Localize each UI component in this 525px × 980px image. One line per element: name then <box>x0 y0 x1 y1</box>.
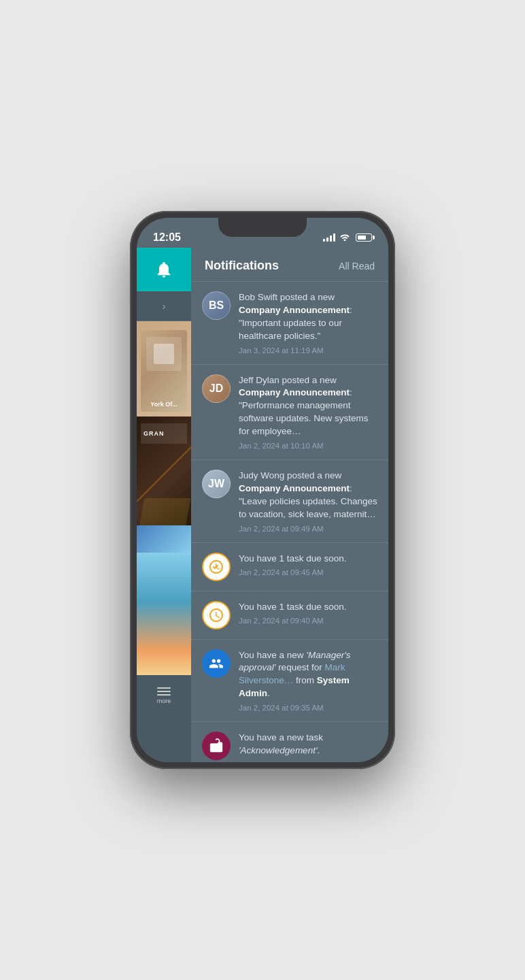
avatar-judy: JW <box>202 470 231 498</box>
notification-text: You have a new 'Manager's approval' requ… <box>239 649 377 701</box>
york-label: York Of... <box>143 399 184 409</box>
avatar-bob: BS <box>202 291 231 320</box>
notification-body: Jeff Dylan posted a new Company Announce… <box>239 374 377 450</box>
avatar-approval <box>202 649 231 678</box>
signal-icon <box>323 233 335 242</box>
notifications-header: Notifications All Read <box>191 248 388 281</box>
notification-item[interactable]: JD Jeff Dylan posted a new Company Annou… <box>191 364 388 459</box>
notification-item[interactable]: You have a new task 'Acknowledgement'. J… <box>191 721 388 762</box>
battery-icon <box>356 233 372 242</box>
notifications-list: BS Bob Swift posted a new Company Announ… <box>191 281 388 762</box>
phone-frame: 12:05 <box>130 211 395 769</box>
sidebar-york-item[interactable]: York Of... <box>137 321 191 416</box>
sidebar-gran-item[interactable]: GRAN <box>137 416 191 553</box>
wifi-icon <box>339 232 350 243</box>
notification-body: Bob Swift posted a new Company Announcem… <box>239 291 377 355</box>
notification-time: Jan 2, 2024 at 09:49 AM <box>239 525 377 533</box>
notifications-title: Notifications <box>205 259 279 273</box>
status-time: 12:05 <box>153 231 181 244</box>
notification-time: Jan 2, 2024 at 08:35 AM <box>239 761 377 762</box>
avatar-ack <box>202 732 231 760</box>
notification-text: You have 1 task due soon. <box>239 601 377 614</box>
hamburger-icon <box>157 687 171 689</box>
sidebar-landscape-item[interactable] <box>137 553 191 675</box>
notification-time: Jan 2, 2024 at 09:40 AM <box>239 617 377 625</box>
notification-item[interactable]: BS Bob Swift posted a new Company Announ… <box>191 281 388 364</box>
notification-text: You have 1 task due soon. <box>239 553 377 566</box>
bell-icon <box>154 260 173 279</box>
status-icons <box>323 232 372 243</box>
notification-body: You have a new task 'Acknowledgement'. J… <box>239 732 377 762</box>
notification-item[interactable]: You have a new 'Manager's approval' requ… <box>191 639 388 722</box>
notification-text: Jeff Dylan posted a new Company Announce… <box>239 374 377 438</box>
sidebar: › York Of... GRAN <box>137 248 191 762</box>
notification-time: Jan 2, 2024 at 10:10 AM <box>239 442 377 450</box>
notification-body: You have 1 task due soon. Jan 2, 2024 at… <box>239 601 377 630</box>
notification-item[interactable]: You have 1 task due soon. Jan 2, 2024 at… <box>191 591 388 639</box>
notifications-panel: Notifications All Read BS Bob Swift post… <box>191 248 388 762</box>
notification-item[interactable]: You have 1 task due soon. Jan 2, 2024 at… <box>191 542 388 591</box>
notification-item[interactable]: JW Judy Wong posted a new Company Announ… <box>191 459 388 542</box>
hamburger-icon <box>157 691 171 692</box>
notification-time: Jan 3, 2024 at 11:19 AM <box>239 346 377 355</box>
notification-text: You have a new task 'Acknowledgement'. <box>239 732 377 757</box>
notification-body: You have 1 task due soon. Jan 2, 2024 at… <box>239 553 377 581</box>
avatar-jeff: JD <box>202 374 231 403</box>
notification-text: Bob Swift posted a new Company Announcem… <box>239 291 377 343</box>
notification-time: Jan 2, 2024 at 09:45 AM <box>239 568 377 576</box>
more-label: more <box>157 698 171 704</box>
avatar-task <box>202 553 231 581</box>
phone-screen: 12:05 <box>137 218 388 762</box>
avatar-task <box>202 601 231 630</box>
sidebar-more-button[interactable]: more <box>137 675 191 716</box>
notification-body: Judy Wong posted a new Company Announcem… <box>239 470 377 533</box>
gran-label: GRAN <box>143 430 165 437</box>
main-area: › York Of... GRAN <box>137 248 388 762</box>
notification-body: You have a new 'Manager's approval' requ… <box>239 649 377 713</box>
notch <box>218 218 307 237</box>
all-read-button[interactable]: All Read <box>339 261 375 272</box>
notification-text: Judy Wong posted a new Company Announcem… <box>239 470 377 521</box>
sidebar-arrow[interactable]: › <box>137 291 191 321</box>
hamburger-icon <box>157 694 171 696</box>
notification-time: Jan 2, 2024 at 09:35 AM <box>239 704 377 712</box>
sidebar-bell-button[interactable] <box>137 248 191 291</box>
